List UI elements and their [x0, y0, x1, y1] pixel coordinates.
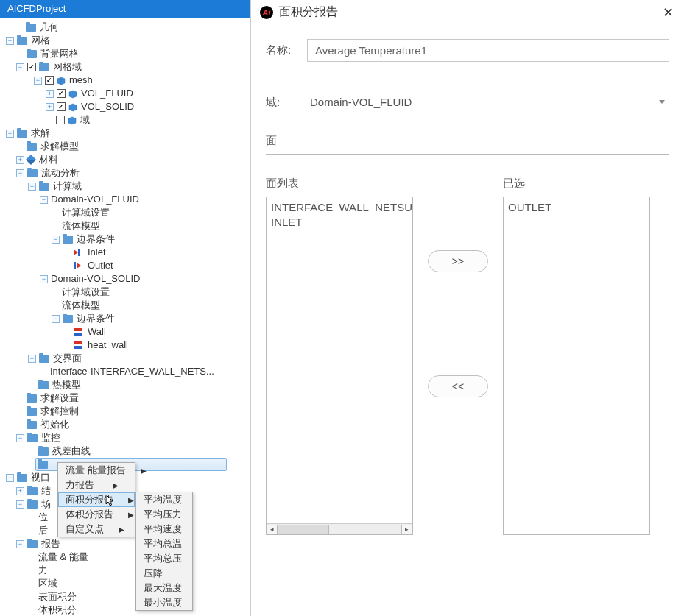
collapse-icon[interactable]: −: [16, 540, 24, 548]
selected-faces-listbox[interactable]: OUTLET: [503, 197, 650, 535]
domain-label: 域:: [266, 96, 295, 110]
submenu-avg-total-temp[interactable]: 平均总温: [136, 537, 192, 551]
tree-node-rep-flow-energy[interactable]: 流量 & 能量: [3, 550, 250, 564]
submenu-avg-press[interactable]: 平均压力: [136, 507, 192, 522]
tree-node-mesh-domain[interactable]: − 网格域: [3, 60, 250, 74]
name-label: 名称:: [266, 43, 295, 57]
tree-node-geom[interactable]: 几何: [3, 21, 250, 34]
checkbox[interactable]: [56, 116, 65, 124]
folder-icon: [17, 130, 27, 138]
tree-node-report[interactable]: − 报告: [3, 537, 250, 550]
expand-icon[interactable]: +: [16, 487, 24, 495]
menu-custom-point[interactable]: 自定义点▶: [58, 522, 135, 537]
face-section-label: 面: [266, 134, 669, 148]
horizontal-scrollbar[interactable]: ◂ ▸: [267, 523, 412, 534]
expand-icon[interactable]: +: [46, 103, 54, 111]
tree-node-bc-solid[interactable]: − 边界条件: [3, 312, 250, 325]
tree-node-vol-fluid[interactable]: + VOL_FLUID: [3, 87, 250, 100]
checkbox[interactable]: [27, 63, 36, 71]
collapse-icon[interactable]: −: [28, 355, 36, 363]
tree-node-solve-settings[interactable]: 求解设置: [3, 392, 250, 405]
tree-node-dom-solid[interactable]: − Domain-VOL_SOLID: [3, 272, 250, 286]
collapse-icon[interactable]: −: [16, 63, 24, 71]
selected-list-label: 已选: [503, 177, 650, 191]
collapse-icon[interactable]: −: [16, 434, 24, 442]
close-button[interactable]: ✕: [663, 6, 674, 19]
menu-area-integral-report[interactable]: 面积分报告▶: [58, 492, 135, 507]
expand-icon[interactable]: +: [46, 90, 54, 98]
menu-force-report[interactable]: 力报告▶: [58, 478, 135, 492]
tree-node-calc-settings[interactable]: 计算域设置: [3, 206, 250, 219]
area-integral-report-dialog: Ai 面积分报告 ✕ 名称: 域: Domain-VOL_FLUID 面 面列表…: [250, 0, 684, 616]
tree-node-init[interactable]: 初始化: [3, 418, 250, 431]
submenu-max-temp[interactable]: 最大温度: [136, 581, 192, 595]
tree-node-rep-volume-int[interactable]: 体积积分: [3, 603, 250, 616]
tree-node-fluid-model-solid[interactable]: 流体模型: [3, 299, 250, 312]
available-faces-listbox[interactable]: INTERFACE_WALL_NETSUINLET ◂ ▸: [266, 197, 413, 535]
submenu-avg-vel[interactable]: 平均速度: [136, 522, 192, 537]
collapse-icon[interactable]: −: [34, 77, 42, 85]
checkbox[interactable]: [57, 102, 66, 111]
collapse-icon[interactable]: −: [40, 196, 48, 204]
tree-node-fluid-model[interactable]: 流体模型: [3, 219, 250, 233]
tree-node-flow-analysis[interactable]: − 流动分析: [3, 166, 250, 180]
collapse-icon[interactable]: −: [52, 315, 60, 323]
folder-icon: [27, 434, 38, 442]
tree-node-bg-mesh[interactable]: 背景网格: [3, 47, 250, 60]
domain-dropdown[interactable]: Domain-VOL_FLUID: [307, 91, 669, 113]
submenu-press-drop[interactable]: 压降: [136, 566, 192, 581]
collapse-icon[interactable]: −: [40, 275, 48, 283]
tree-node-rep-region[interactable]: 区域: [3, 577, 250, 590]
collapse-icon[interactable]: −: [6, 130, 14, 138]
tree-node-solve-model[interactable]: 求解模型: [3, 140, 250, 153]
tree-node-mesh-item[interactable]: − mesh: [3, 74, 250, 87]
collapse-icon[interactable]: −: [52, 236, 60, 244]
collapse-icon[interactable]: −: [28, 183, 36, 191]
list-item[interactable]: INLET: [269, 215, 409, 230]
scroll-right-button[interactable]: ▸: [401, 525, 412, 534]
tree-node-calc-domain[interactable]: − 计算域: [3, 180, 250, 193]
tree-node-solve-control[interactable]: 求解控制: [3, 405, 250, 418]
tree-node-thermal-model[interactable]: 热模型: [3, 378, 250, 392]
tree-node-rep-force[interactable]: 力: [3, 564, 250, 577]
collapse-icon[interactable]: −: [16, 500, 24, 509]
submenu-min-temp[interactable]: 最小温度: [136, 595, 192, 610]
tree-node-domain-extra[interactable]: 域: [3, 113, 250, 127]
tree-node-rep-surface-int[interactable]: 表面积分: [3, 590, 250, 603]
tree-node-monitor[interactable]: − 监控: [3, 431, 250, 445]
name-input[interactable]: [307, 39, 669, 62]
menu-volume-integral-report[interactable]: 体积分报告▶: [58, 507, 135, 522]
scroll-thumb[interactable]: [278, 525, 329, 534]
tree-node-bc-fluid[interactable]: − 边界条件: [3, 233, 250, 246]
tree-node-dom-fluid[interactable]: − Domain-VOL_FLUID: [3, 193, 250, 206]
collapse-icon[interactable]: −: [16, 169, 24, 177]
tree-node-inlet[interactable]: Inlet: [3, 246, 250, 259]
tree-node-interface[interactable]: − 交界面: [3, 352, 250, 365]
scroll-track[interactable]: [278, 525, 401, 534]
add-to-selected-button[interactable]: >>: [428, 250, 488, 272]
collapse-icon[interactable]: −: [6, 474, 14, 482]
tree-node-wall[interactable]: Wall: [3, 325, 250, 339]
list-item[interactable]: INTERFACE_WALL_NETSU: [269, 200, 409, 215]
tree-node-calc-settings-solid[interactable]: 计算域设置: [3, 286, 250, 299]
panel-title: AICFDProject: [0, 0, 250, 18]
tree-node-mesh[interactable]: − 网格: [3, 34, 250, 47]
checkbox[interactable]: [57, 89, 66, 98]
tree-node-solve[interactable]: − 求解: [3, 127, 250, 140]
folder-icon: [63, 236, 73, 244]
tree-node-interface-item[interactable]: Interface-INTERFACE_WALL_NETS...: [3, 365, 250, 378]
tree-node-residual[interactable]: 残差曲线: [3, 445, 250, 458]
menu-flow-energy-report[interactable]: 流量 能量报告▶: [58, 463, 135, 478]
submenu-avg-total-press[interactable]: 平均总压: [136, 551, 192, 566]
tree-node-material[interactable]: + 材料: [3, 153, 250, 166]
submenu-avg-temp[interactable]: 平均温度: [136, 492, 192, 507]
expand-icon[interactable]: +: [16, 156, 24, 164]
list-item[interactable]: OUTLET: [507, 200, 646, 215]
scroll-left-button[interactable]: ◂: [267, 525, 278, 534]
tree-node-outlet[interactable]: Outlet: [3, 259, 250, 272]
checkbox[interactable]: [45, 76, 54, 85]
remove-from-selected-button[interactable]: <<: [428, 375, 488, 397]
tree-node-vol-solid[interactable]: + VOL_SOLID: [3, 100, 250, 113]
collapse-icon[interactable]: −: [6, 37, 14, 45]
tree-node-heat-wall[interactable]: heat_wall: [3, 339, 250, 352]
